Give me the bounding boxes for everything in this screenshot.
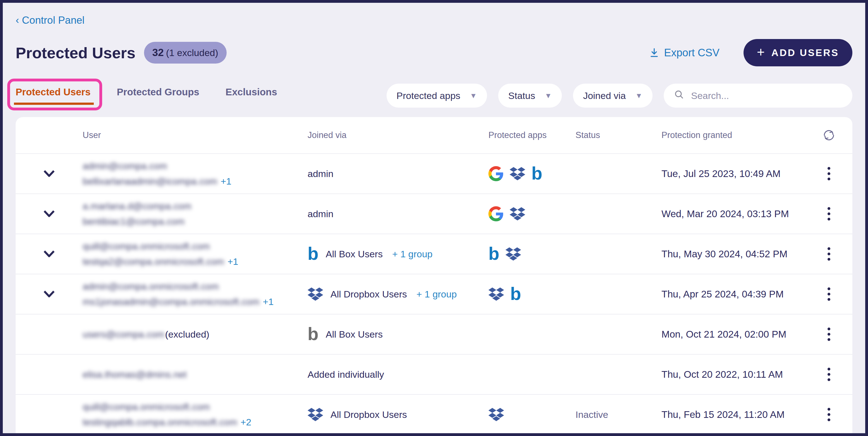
filter-joined-via[interactable]: Joined via ▼	[573, 83, 653, 108]
table-row: quill@compa.onmicrosoft.comtestqa2@compa…	[16, 234, 852, 274]
tabs-and-filters-row: Protected Users Protected Groups Exclusi…	[16, 83, 852, 108]
status-cell: Inactive	[562, 409, 648, 420]
table-header-row: User Joined via Protected apps Status Pr…	[16, 117, 852, 153]
dropbox-icon	[505, 246, 521, 262]
tab-protected-users-label: Protected Users	[16, 87, 90, 97]
user-email-line: bentibiac1@compa.com	[83, 216, 293, 227]
user-cell: quill@compa.onmicrosoft.comtestqa2@compa…	[69, 241, 293, 267]
column-header-status: Status	[562, 130, 648, 140]
joined-via-cell: admin	[293, 208, 474, 220]
table-row: users@compa.com(excluded) bAll Box Users…	[16, 314, 852, 354]
kebab-menu-button[interactable]	[824, 164, 834, 184]
active-tab-wrap: Protected Users	[16, 87, 90, 105]
user-email-line: admin@compa.onmicrosoft.com	[83, 281, 293, 292]
kebab-menu-button[interactable]	[824, 204, 834, 224]
protection-granted-cell: Mon, Oct 21 2024, 02:00 PM	[648, 329, 805, 340]
box-icon: b	[489, 246, 499, 262]
users-table-card: User Joined via Protected apps Status Pr…	[16, 117, 852, 434]
box-icon: b	[531, 166, 542, 182]
masked-email: quill@compa.onmicrosoft.com	[83, 241, 210, 252]
tab-protected-users[interactable]: Protected Users	[16, 87, 90, 105]
tab-protected-groups[interactable]: Protected Groups	[117, 87, 199, 105]
joined-via-text: All Dropbox Users	[331, 409, 407, 420]
joined-via-cell: All Dropbox Users+ 1 group	[293, 286, 474, 302]
filter-status[interactable]: Status ▼	[498, 83, 562, 108]
protected-apps-cell	[474, 206, 562, 222]
user-cell: elisa.thomas@dmins.net	[69, 369, 293, 380]
refresh-icon[interactable]	[805, 128, 852, 143]
user-email-line: testingqablb.compa.onmicrosoft.com+2	[83, 417, 293, 428]
filter-status-label: Status	[508, 90, 535, 101]
dropbox-icon	[308, 286, 323, 302]
kebab-menu-button[interactable]	[824, 244, 834, 264]
kebab-menu-button[interactable]	[824, 364, 834, 384]
user-email-line: admin@compa.com	[83, 161, 293, 171]
protected-apps-cell	[474, 407, 562, 422]
more-emails-link[interactable]: +1	[220, 176, 231, 187]
more-emails-link[interactable]: +1	[227, 256, 238, 267]
masked-email: testqa2@compa.onmicrosoft.com	[83, 256, 224, 267]
user-email-line: elisa.thomas@dmins.net	[83, 369, 293, 380]
joined-via-text: All Box Users	[326, 249, 383, 260]
protection-granted-cell: Wed, Mar 20 2024, 03:13 PM	[648, 208, 805, 220]
chevron-down-icon[interactable]	[43, 290, 55, 298]
table-row: a.marlana.d@compa.combentibiac1@compa.co…	[16, 194, 852, 234]
filter-protected-apps[interactable]: Protected apps ▼	[386, 83, 487, 108]
kebab-menu-button[interactable]	[824, 404, 834, 425]
group-link[interactable]: + 1 group	[416, 289, 457, 300]
chevron-down-icon[interactable]	[43, 250, 55, 258]
box-icon: b	[308, 246, 318, 262]
joined-via-text: Added individually	[308, 369, 384, 380]
user-cell: admin@compa.onmicrosoft.comms1jonasadmin…	[69, 281, 293, 307]
user-cell: quill@compa.onmicrosoft.comtestingqablb.…	[69, 401, 293, 428]
add-users-button[interactable]: + ADD USERS	[744, 39, 852, 66]
more-emails-link[interactable]: +1	[263, 296, 274, 307]
user-email-line: testqa2@compa.onmicrosoft.com+1	[83, 256, 293, 267]
joined-via-cell: admin	[293, 168, 474, 179]
kebab-menu-button[interactable]	[824, 284, 834, 304]
tab-exclusions-label: Exclusions	[225, 87, 277, 97]
protected-apps-cell: b	[474, 166, 562, 182]
masked-email: admin@compa.com	[83, 161, 167, 171]
tab-exclusions[interactable]: Exclusions	[225, 87, 277, 105]
box-gray-icon: b	[308, 326, 318, 342]
masked-email: bellixarlanaadmin@icompa.com	[83, 176, 217, 187]
masked-email: a.marlana.d@compa.com	[83, 201, 191, 211]
search-icon	[674, 89, 684, 102]
masked-email: bentibiac1@compa.com	[83, 216, 185, 227]
page-container: ‹ Control Panel Protected Users 32(1 exc…	[3, 3, 865, 434]
filter-joined-via-label: Joined via	[583, 90, 626, 101]
dropbox-icon	[489, 286, 504, 302]
user-email-line: quill@compa.onmicrosoft.com	[83, 241, 293, 252]
breadcrumb[interactable]: ‹ Control Panel	[16, 14, 85, 26]
more-emails-link[interactable]: +2	[241, 417, 251, 428]
chevron-down-icon[interactable]	[43, 170, 55, 177]
export-csv-button[interactable]: Export CSV	[649, 47, 719, 59]
user-cell: users@compa.com(excluded)	[69, 329, 293, 340]
joined-via-cell: Added individually	[293, 369, 474, 380]
protected-users-page: { "breadcrumb": { "label": "‹ Control Pa…	[0, 0, 868, 436]
joined-via-text: All Dropbox Users	[331, 289, 407, 300]
search-input[interactable]	[690, 90, 842, 101]
user-email-line: a.marlana.d@compa.com	[83, 201, 293, 211]
protection-granted-cell: Thu, Oct 20 2022, 10:11 AM	[648, 369, 805, 380]
dropbox-icon	[509, 166, 525, 181]
excluded-note: (excluded)	[165, 329, 209, 340]
kebab-menu-button[interactable]	[824, 324, 834, 344]
search-box[interactable]	[664, 83, 852, 108]
group-link[interactable]: + 1 group	[392, 249, 433, 260]
user-email-line: bellixarlanaadmin@icompa.com+1	[83, 176, 293, 187]
joined-via-cell: bAll Box Users+ 1 group	[293, 246, 474, 262]
column-header-user: User	[69, 130, 293, 140]
user-cell: admin@compa.combellixarlanaadmin@icompa.…	[69, 161, 293, 187]
chevron-down-icon[interactable]	[43, 210, 55, 218]
tab-protected-groups-label: Protected Groups	[117, 87, 199, 97]
protection-granted-cell: Tue, Jul 25 2023, 10:49 AM	[648, 168, 805, 179]
plus-icon: +	[757, 44, 765, 60]
joined-via-cell: All Dropbox Users	[293, 407, 474, 422]
title-row: Protected Users 32(1 excluded) Export CS…	[16, 39, 852, 66]
masked-email: testingqablb.compa.onmicrosoft.com	[83, 417, 237, 428]
joined-via-cell: bAll Box Users	[293, 326, 474, 342]
google-icon	[489, 166, 503, 181]
chevron-down-icon: ▼	[545, 92, 552, 100]
